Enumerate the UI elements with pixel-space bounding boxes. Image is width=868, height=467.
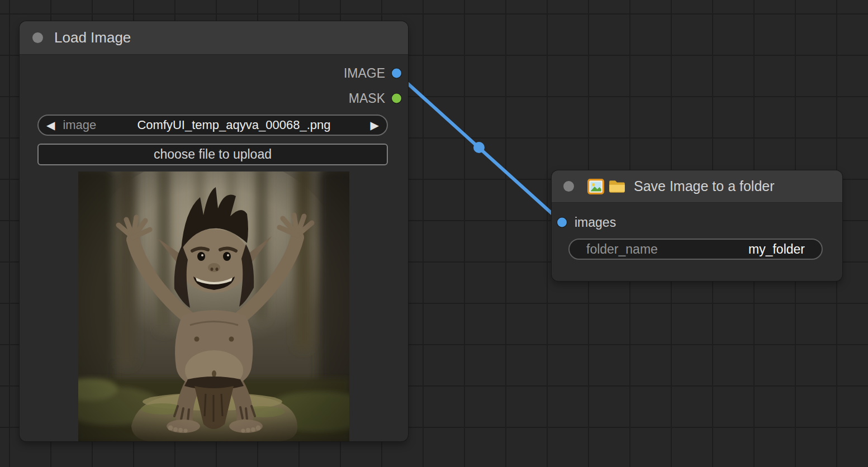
input-label-images: images	[575, 215, 616, 230]
combo-widget-name: image	[63, 118, 96, 132]
link-midpoint-dot[interactable]	[473, 142, 485, 153]
image-combo-widget[interactable]: ◀ image ComfyUI_temp_aqyva_00068_.png ▶	[37, 115, 388, 136]
node-load-image[interactable]: Load Image IMAGE MASK ◀ image ComfyUI_te…	[20, 21, 408, 441]
node-save-image-to-folder[interactable]: Save Image to a folder images folder_nam…	[552, 170, 842, 281]
folder-widget-name: folder_name	[586, 242, 658, 257]
output-label-mask: MASK	[349, 91, 385, 106]
load-image-title-bar[interactable]: Load Image	[20, 21, 408, 55]
collapse-dot[interactable]	[563, 181, 574, 192]
folder-icon	[608, 179, 626, 194]
prev-arrow-icon[interactable]: ◀	[39, 120, 63, 131]
upload-button[interactable]: choose file to upload	[37, 144, 388, 165]
node-editor-canvas[interactable]: Load Image IMAGE MASK ◀ image ComfyUI_te…	[0, 0, 868, 467]
output-slot-image: IMAGE	[344, 66, 401, 81]
output-dot-image[interactable]	[392, 69, 401, 78]
save-node-title-bar[interactable]: Save Image to a folder	[552, 170, 842, 203]
folder-widget-value: my_folder	[748, 242, 805, 257]
output-label-image: IMAGE	[344, 66, 385, 81]
output-slot-mask: MASK	[349, 91, 401, 106]
node-title: Save Image to a folder	[634, 178, 775, 194]
picture-icon	[587, 179, 604, 194]
input-dot-images[interactable]	[557, 218, 567, 227]
save-node-icons	[587, 179, 626, 194]
output-dot-mask[interactable]	[392, 94, 401, 103]
image-preview	[78, 171, 349, 441]
node-title: Load Image	[54, 29, 131, 46]
troll-forest-image	[78, 171, 349, 441]
next-arrow-icon[interactable]: ▶	[363, 120, 387, 131]
input-slot-images: images	[557, 215, 616, 230]
combo-widget-value: ComfyUI_temp_aqyva_00068_.png	[105, 118, 362, 132]
folder-name-widget[interactable]: folder_name my_folder	[568, 239, 823, 260]
collapse-dot[interactable]	[32, 32, 43, 43]
